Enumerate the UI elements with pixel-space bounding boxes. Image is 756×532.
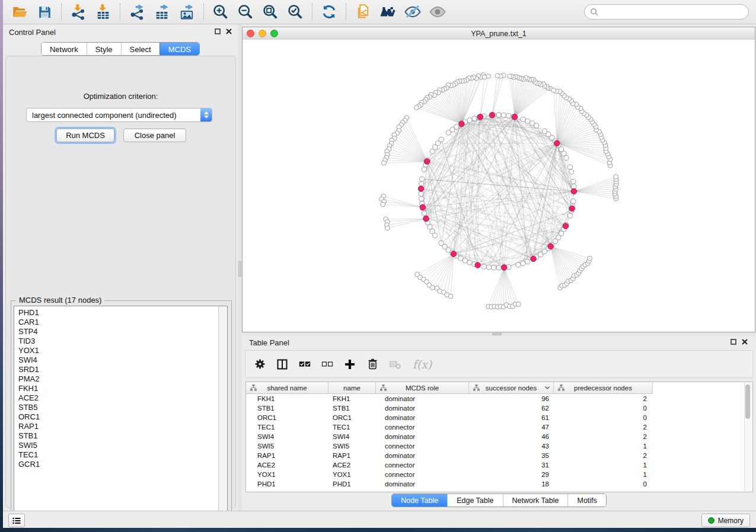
- horizontal-splitter-handle[interactable]: [492, 333, 502, 335]
- optimization-criterion-select[interactable]: largest connected component (undirected): [26, 108, 212, 122]
- table-cell[interactable]: RAP1: [328, 452, 376, 459]
- table-tab-edge-table[interactable]: Edge Table: [447, 494, 502, 507]
- table-cell[interactable]: 31: [469, 462, 554, 469]
- float-panel-icon[interactable]: [215, 28, 221, 34]
- import-table-icon[interactable]: [94, 3, 112, 21]
- import-network-icon[interactable]: [69, 3, 87, 21]
- table-tab-node-table[interactable]: Node Table: [392, 494, 447, 507]
- zoom-in-icon[interactable]: [212, 3, 229, 21]
- mcds-result-item[interactable]: YOX1: [18, 346, 40, 355]
- table-cell[interactable]: 47: [469, 424, 554, 431]
- float-panel-icon[interactable]: [731, 339, 736, 345]
- table-cell[interactable]: 61: [469, 414, 554, 421]
- zoom-out-icon[interactable]: [237, 3, 254, 21]
- hide-selected-icon[interactable]: [404, 3, 422, 21]
- table-cell[interactable]: SWI4: [328, 433, 376, 440]
- table-cell[interactable]: dominator: [376, 480, 469, 488]
- close-panel-icon[interactable]: [226, 28, 232, 34]
- memory-button[interactable]: Memory: [701, 514, 750, 527]
- add-column-icon[interactable]: [343, 358, 356, 371]
- export-network-icon[interactable]: [128, 3, 146, 21]
- table-cell[interactable]: dominator: [376, 414, 469, 421]
- table-cell[interactable]: connector: [376, 462, 469, 469]
- search-input[interactable]: [584, 4, 749, 20]
- mcds-result-item[interactable]: STB1: [18, 431, 40, 441]
- table-scrollbar[interactable]: [744, 383, 752, 492]
- mcds-list-scrollbar[interactable]: [218, 307, 227, 516]
- mcds-result-item[interactable]: ACE2: [18, 393, 40, 403]
- open-folder-icon[interactable]: [11, 3, 28, 21]
- table-cell[interactable]: connector: [376, 471, 469, 478]
- export-table-icon[interactable]: [153, 3, 171, 21]
- table-row[interactable]: SWI4SWI4dominator462: [246, 432, 744, 441]
- table-row[interactable]: RAP1RAP1dominator352: [246, 451, 744, 460]
- mcds-result-item[interactable]: PHD1: [18, 308, 40, 318]
- table-row[interactable]: YOX1YOX1connector291: [246, 470, 744, 479]
- mcds-result-item[interactable]: STP4: [18, 327, 40, 336]
- mcds-result-item[interactable]: SRD1: [18, 365, 40, 374]
- table-row[interactable]: ACE2ACE2connector311: [246, 460, 744, 470]
- control-tab-mcds[interactable]: MCDS: [160, 43, 199, 55]
- deselect-all-checkboxes-icon[interactable]: [321, 358, 334, 371]
- table-cell[interactable]: SWI5: [328, 443, 376, 450]
- first-neighbors-icon[interactable]: [379, 3, 397, 21]
- table-row[interactable]: STB1STB1dominator620: [246, 403, 744, 413]
- close-panel-icon[interactable]: [742, 339, 748, 345]
- table-cell[interactable]: connector: [376, 443, 469, 450]
- table-cell[interactable]: 96: [469, 395, 554, 402]
- mcds-result-item[interactable]: GCR1: [18, 460, 40, 469]
- mcds-result-item[interactable]: TID3: [18, 336, 40, 346]
- show-all-icon[interactable]: [429, 3, 446, 21]
- mcds-result-item[interactable]: ORC1: [18, 412, 40, 422]
- table-cell[interactable]: 2: [554, 433, 653, 440]
- column-header-predecessor-nodes[interactable]: predecessor nodes: [554, 382, 653, 393]
- table-cell[interactable]: dominator: [376, 452, 469, 459]
- table-cell[interactable]: ACE2: [328, 462, 376, 469]
- table-options-gear-icon[interactable]: [253, 358, 266, 371]
- table-row[interactable]: SWI5SWI5connector431: [246, 441, 744, 451]
- table-cell[interactable]: ORC1: [328, 414, 376, 421]
- table-cell[interactable]: 35: [469, 452, 554, 459]
- control-tab-style[interactable]: Style: [87, 43, 121, 55]
- mcds-result-item[interactable]: STB5: [18, 403, 40, 412]
- table-tab-motifs[interactable]: Motifs: [567, 494, 605, 507]
- table-cell[interactable]: 1: [554, 471, 653, 478]
- task-history-button[interactable]: [8, 514, 25, 527]
- zoom-selected-icon[interactable]: [286, 3, 304, 21]
- table-cell[interactable]: 18: [469, 480, 554, 488]
- table-row[interactable]: TEC1TEC1connector472: [246, 422, 744, 432]
- table-cell[interactable]: ORC1: [246, 414, 328, 421]
- table-cell[interactable]: STB1: [328, 405, 376, 412]
- save-icon[interactable]: [36, 3, 53, 21]
- table-cell[interactable]: 0: [554, 480, 653, 488]
- control-tab-network[interactable]: Network: [42, 43, 87, 55]
- table-cell[interactable]: connector: [376, 424, 469, 431]
- table-cell[interactable]: FKH1: [246, 395, 328, 402]
- delete-column-icon[interactable]: [366, 358, 379, 371]
- network-window-titlebar[interactable]: YPA_prune.txt_1: [243, 27, 755, 40]
- mcds-result-item[interactable]: RAP1: [18, 422, 40, 431]
- table-cell[interactable]: ACE2: [246, 462, 328, 469]
- table-cell[interactable]: 46: [469, 433, 554, 440]
- table-row[interactable]: FKH1FKH1dominator962: [246, 394, 744, 403]
- export-image-icon[interactable]: [178, 3, 196, 21]
- duplicate-network-icon[interactable]: [354, 3, 372, 21]
- mcds-result-item[interactable]: FKH1: [18, 384, 40, 393]
- table-cell[interactable]: dominator: [376, 433, 469, 440]
- column-header-shared-name[interactable]: shared name: [246, 382, 328, 393]
- network-graph[interactable]: [243, 40, 755, 332]
- column-header-name[interactable]: name: [328, 382, 376, 393]
- close-panel-button[interactable]: Close panel: [123, 129, 186, 142]
- refresh-icon[interactable]: [320, 3, 338, 21]
- table-row[interactable]: ORC1ORC1dominator610: [246, 413, 744, 422]
- mcds-result-list[interactable]: PHD1CAR1STP4TID3YOX1SWI4SRD1PMA2FKH1ACE2…: [14, 306, 228, 517]
- table-cell[interactable]: PHD1: [246, 480, 328, 488]
- mcds-result-item[interactable]: SWI4: [18, 355, 40, 365]
- show-columns-icon[interactable]: [276, 358, 289, 371]
- zoom-fit-icon[interactable]: [261, 3, 279, 21]
- vertical-splitter[interactable]: [238, 24, 242, 511]
- table-cell[interactable]: TEC1: [246, 424, 328, 431]
- table-cell[interactable]: STB1: [246, 405, 328, 412]
- table-cell[interactable]: dominator: [376, 405, 469, 412]
- table-cell[interactable]: 43: [469, 443, 554, 450]
